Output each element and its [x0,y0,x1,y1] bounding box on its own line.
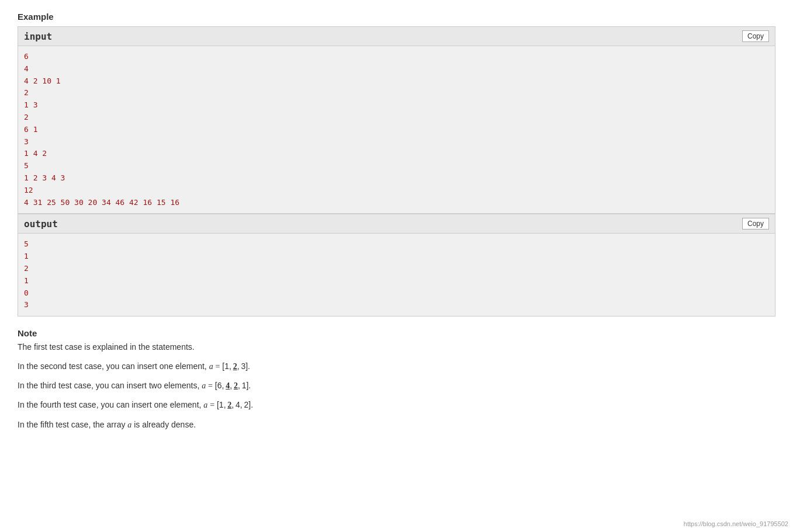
input-block: input Copy 6 4 4 2 10 1 2 1 3 2 6 1 3 1 … [18,26,775,214]
note-para-5: In the fifth test case, the array a is a… [18,418,775,432]
note-para-4: In the fourth test case, you can insert … [18,398,775,412]
output-content: 5 1 2 1 0 3 [18,234,775,316]
example-section: Example input Copy 6 4 4 2 10 1 2 1 3 2 … [18,12,775,317]
output-header: output Copy [18,214,775,234]
note-title: Note [18,328,775,338]
input-label: input [24,31,52,42]
note-para-3: In the third test case, you can insert t… [18,379,775,392]
input-copy-button[interactable]: Copy [742,30,769,42]
output-label: output [24,218,58,230]
note-section: Note The first test case is explained in… [18,328,775,432]
output-block: output Copy 5 1 2 1 0 3 [18,214,775,317]
input-header: input Copy [18,27,775,46]
note-para-2: In the second test case, you can insert … [18,360,775,373]
note-para-1: The first test case is explained in the … [18,340,775,353]
input-content: 6 4 4 2 10 1 2 1 3 2 6 1 3 1 4 2 5 1 2 3… [18,46,775,213]
output-copy-button[interactable]: Copy [742,218,769,230]
example-title: Example [18,12,775,22]
